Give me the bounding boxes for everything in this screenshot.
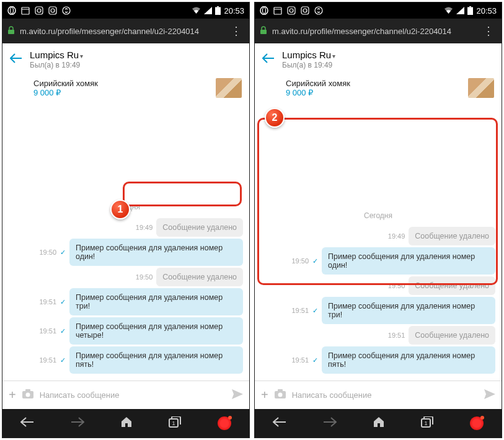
instagram-icon [301,6,309,15]
lock-icon [260,26,267,37]
message-input[interactable]: Написать сообщение [292,390,478,400]
opera-statusbar-icon [7,6,16,15]
tabs-icon[interactable]: 1 [421,416,433,430]
message-row[interactable]: 19:51✓Пример сообщения для удаления номе… [261,297,495,324]
message-deleted[interactable]: Сообщение удалено [409,326,495,345]
shazam-icon [62,6,71,15]
instagram-icon [48,6,57,15]
attach-plus-icon[interactable]: + [261,388,268,402]
message-input-bar: + Написать сообщение [255,381,502,409]
svg-rect-2 [22,7,29,14]
listing-title: Сирийский хомяк [286,79,463,88]
message-row[interactable]: 19:50✓Пример сообщения для удаления номе… [261,247,495,275]
browser-urlbar[interactable]: m.avito.ru/profile/messenger/channel/u2i… [2,19,249,43]
wifi-icon [444,7,453,14]
listing-header[interactable]: Сирийский хомяк 9 000 ₽ [2,76,249,103]
message-bubble[interactable]: Пример сообщения для удаления номер пять… [69,346,243,374]
chevron-down-icon: ▾ [332,53,335,59]
svg-point-24 [303,9,307,12]
tabs-icon[interactable]: 1 [169,416,181,430]
nav-back-icon[interactable] [20,417,34,429]
chat-title[interactable]: Lumpics Ru [30,50,79,60]
message-row[interactable]: 19:51✓Пример сообщения для удаления номе… [9,346,243,374]
home-icon[interactable] [120,416,133,430]
message-time: 19:50 [291,257,309,265]
page-content: Lumpics Ru▾ Был(а) в 19:49 Сирийский хом… [2,43,249,409]
read-tick-icon: ✓ [60,327,66,335]
message-deleted[interactable]: Сообщение удалено [156,218,243,237]
message-time: 19:51 [39,327,56,335]
message-bubble[interactable]: Пример сообщения для удаления номер один… [322,247,495,275]
message-row[interactable]: 19:49Сообщение удалено [261,227,495,245]
svg-rect-13 [25,389,30,392]
message-bubble[interactable]: Пример сообщения для удаления номер четы… [69,317,243,345]
nav-forward-icon[interactable] [323,417,337,429]
svg-point-5 [37,9,41,12]
message-bubble[interactable]: Пример сообщения для удаления номер один… [69,239,243,266]
menu-kebab-icon[interactable]: ⋮ [228,24,244,38]
svg-point-8 [63,7,70,14]
svg-rect-9 [215,7,221,15]
page-content: Lumpics Ru▾ Был(а) в 19:49 Сирийский хом… [255,43,502,409]
opera-menu-icon[interactable] [218,416,231,430]
nav-forward-icon[interactable] [71,417,84,429]
browser-urlbar[interactable]: m.avito.ru/profile/messenger/channel/u2i… [255,19,502,43]
message-input[interactable]: Написать сообщение [40,390,226,400]
message-deleted[interactable]: Сообщение удалено [409,276,495,295]
instagram-icon [35,6,43,15]
chat-messages[interactable]: Сегодня 19:49Сообщение удалено19:50✓Прим… [2,103,249,381]
message-row[interactable]: 19:50✓Пример сообщения для удаления номе… [9,239,243,266]
message-bubble[interactable]: Пример сообщения для удаления номер три! [69,288,243,315]
svg-rect-21 [288,7,295,14]
chat-messages[interactable]: Сегодня 19:49Сообщение удалено19:50✓Прим… [255,103,502,381]
chat-header: Lumpics Ru▾ Был(а) в 19:49 [2,43,249,76]
url-text: m.avito.ru/profile/messenger/channel/u2i… [272,27,475,36]
message-row[interactable]: 19:50Сообщение удалено [9,268,243,286]
battery-icon [215,6,221,15]
read-tick-icon: ✓ [312,307,318,315]
send-button[interactable] [484,389,495,402]
url-text: m.avito.ru/profile/messenger/channel/u2i… [20,27,223,36]
chat-title[interactable]: Lumpics Ru [282,50,331,60]
chat-subtitle: Был(а) в 19:49 [30,61,83,69]
message-deleted[interactable]: Сообщение удалено [409,227,495,245]
camera-icon[interactable] [22,389,33,401]
message-time: 19:49 [388,232,405,240]
android-statusbar: 20:53 [255,2,502,19]
attach-plus-icon[interactable]: + [9,388,16,402]
nav-back-icon[interactable] [273,417,286,429]
camera-icon[interactable] [275,389,286,401]
message-row[interactable]: 19:51Сообщение удалено [261,326,495,345]
message-bubble[interactable]: Пример сообщения для удаления номер три! [322,297,495,324]
calendar-icon [273,6,282,15]
listing-header[interactable]: Сирийский хомяк 9 000 ₽ [255,76,502,103]
svg-rect-26 [467,7,473,15]
listing-price: 9 000 ₽ [286,88,463,97]
svg-point-31 [278,393,282,397]
battery-icon [467,6,473,15]
day-label: Сегодня [261,211,495,220]
message-row[interactable]: 19:50Сообщение удалено [261,276,495,295]
opera-menu-icon[interactable] [470,416,484,430]
svg-rect-30 [278,389,283,392]
read-tick-icon: ✓ [312,257,318,265]
read-tick-icon: ✓ [60,356,66,364]
calendar-icon [21,6,30,15]
message-row[interactable]: 19:49Сообщение удалено [9,218,243,237]
message-bubble[interactable]: Пример сообщения для удаления номер пять… [322,346,495,374]
home-icon[interactable] [373,416,385,430]
message-row[interactable]: 19:51✓Пример сообщения для удаления номе… [261,346,495,374]
phone-screenshot-left: 20:53 m.avito.ru/profile/messenger/chann… [2,2,250,438]
message-row[interactable]: 19:51✓Пример сообщения для удаления номе… [9,288,243,315]
back-button[interactable] [262,53,275,66]
back-button[interactable] [10,53,22,66]
message-deleted[interactable]: Сообщение удалено [156,268,243,286]
message-time: 19:50 [388,282,405,289]
read-tick-icon: ✓ [60,298,66,306]
send-button[interactable] [232,389,243,402]
menu-kebab-icon[interactable]: ⋮ [480,24,497,38]
message-row[interactable]: 19:51✓Пример сообщения для удаления номе… [9,317,243,345]
svg-rect-19 [274,7,281,14]
message-input-bar: + Написать сообщение [2,381,249,409]
browser-navbar: 1 [255,409,502,438]
